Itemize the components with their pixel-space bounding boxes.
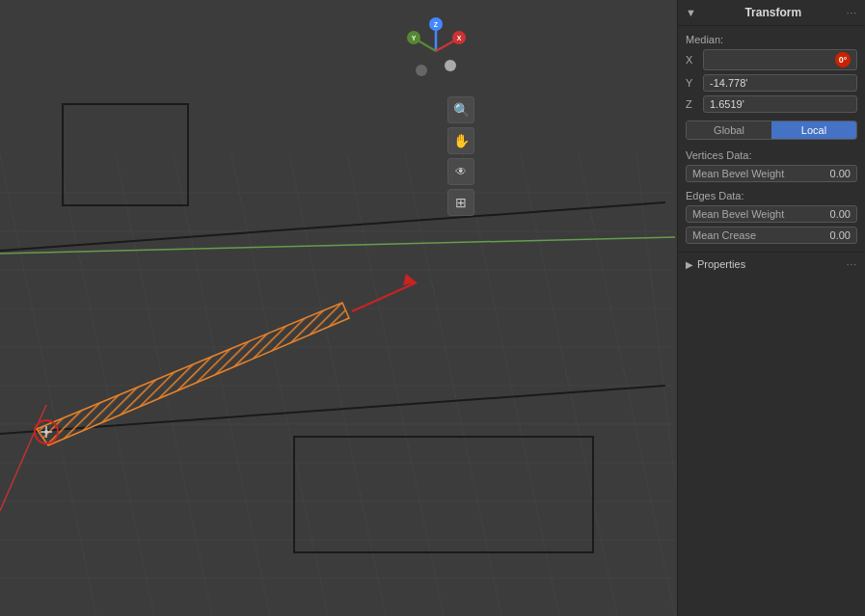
- viewport[interactable]: Z X Y 🔍 ✋ 👁 ⊞: [0, 0, 677, 616]
- camera-tool-button[interactable]: 👁: [447, 158, 474, 185]
- svg-text:Z: Z: [434, 21, 439, 28]
- panel-collapse-arrow[interactable]: ▼: [686, 7, 696, 18]
- panel-options-dots[interactable]: ···: [847, 8, 857, 18]
- local-toggle-button[interactable]: Local: [771, 121, 856, 139]
- vertices-bevel-value: 0.00: [830, 168, 851, 179]
- coordinate-space-toggle[interactable]: Global Local: [686, 121, 857, 140]
- vertices-bevel-label: Mean Bevel Weight: [692, 168, 784, 179]
- zoom-tool-button[interactable]: 🔍: [447, 96, 474, 123]
- grid-canvas: [0, 0, 677, 616]
- panel-title: Transform: [744, 6, 801, 19]
- pan-tool-button[interactable]: ✋: [447, 127, 474, 154]
- median-label: Median:: [686, 32, 857, 47]
- edges-bevel-label: Mean Bevel Weight: [692, 208, 784, 220]
- edges-crease-value: 0.00: [830, 229, 851, 241]
- edges-bevel-weight-field[interactable]: Mean Bevel Weight 0.00: [686, 205, 857, 223]
- edges-crease-label: Mean Crease: [692, 229, 756, 241]
- grid-tool-button[interactable]: ⊞: [447, 189, 474, 216]
- properties-arrow-icon: ▶: [686, 259, 693, 270]
- z-field-row: Z 1.6519': [686, 95, 857, 113]
- x-axis-label: X: [686, 54, 703, 66]
- y-value-field[interactable]: -14.778': [703, 74, 857, 92]
- vertices-data-label: Vertices Data:: [686, 146, 857, 163]
- pan-icon: ✋: [453, 133, 470, 148]
- y-value-text: -14.778': [710, 77, 747, 89]
- svg-text:X: X: [457, 35, 462, 41]
- grid-icon: ⊞: [455, 195, 467, 210]
- x-angle-badge[interactable]: 0°: [835, 52, 851, 67]
- y-axis-label: Y: [686, 77, 703, 89]
- svg-text:Y: Y: [412, 35, 417, 41]
- properties-dots[interactable]: ···: [847, 259, 857, 270]
- camera-icon: 👁: [455, 165, 467, 178]
- transform-panel-body: Median: X 0° Y -14.778' Z 1.6519' Global: [678, 26, 865, 252]
- side-panel: ▼ Transform ··· Median: X 0° Y -14.778' …: [677, 0, 865, 616]
- edges-data-label: Edges Data:: [686, 186, 857, 203]
- z-value-field[interactable]: 1.6519': [703, 95, 857, 113]
- x-value-field[interactable]: 0°: [703, 49, 857, 70]
- viewport-gizmo[interactable]: Z X Y: [402, 17, 470, 85]
- vertices-bevel-weight-field[interactable]: Mean Bevel Weight 0.00: [686, 165, 857, 182]
- y-field-row: Y -14.778': [686, 74, 857, 92]
- edges-bevel-value: 0.00: [830, 208, 851, 220]
- properties-label: Properties: [697, 258, 745, 270]
- svg-point-48: [416, 65, 427, 76]
- zoom-icon: 🔍: [453, 102, 470, 118]
- svg-point-47: [445, 60, 456, 71]
- svg-point-37: [44, 430, 48, 434]
- transform-panel-header: ▼ Transform ···: [678, 0, 865, 26]
- edges-crease-field[interactable]: Mean Crease 0.00: [686, 227, 857, 244]
- z-value-text: 1.6519': [710, 98, 744, 110]
- z-axis-label: Z: [686, 98, 703, 110]
- x-field-row: X 0°: [686, 49, 857, 70]
- viewport-toolbar: 🔍 ✋ 👁 ⊞: [447, 96, 474, 216]
- properties-section[interactable]: ▶ Properties ···: [678, 252, 865, 276]
- global-toggle-button[interactable]: Global: [687, 121, 771, 139]
